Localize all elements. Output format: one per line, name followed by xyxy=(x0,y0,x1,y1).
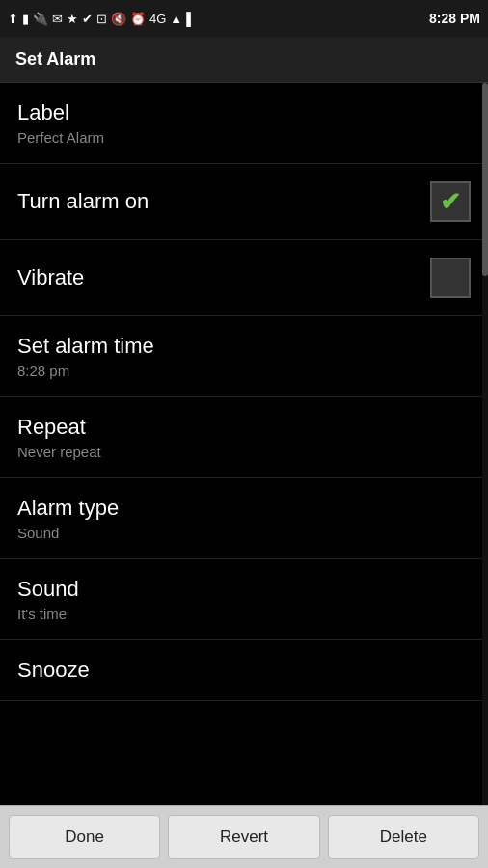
battery-icon: ▮ xyxy=(22,12,29,26)
vibrate-item[interactable]: Vibrate xyxy=(0,240,488,316)
alarm-type-title: Alarm type xyxy=(17,496,119,521)
alarm-type-item[interactable]: Alarm type Sound xyxy=(0,478,488,559)
turn-alarm-on-item[interactable]: Turn alarm on ✔ xyxy=(0,164,488,240)
vibrate-title: Vibrate xyxy=(17,265,84,290)
delete-button[interactable]: Delete xyxy=(328,815,479,859)
repeat-title: Repeat xyxy=(17,415,101,440)
vibrate-text: Vibrate xyxy=(17,265,84,290)
label-text: Label Perfect Alarm xyxy=(17,100,104,146)
sound-text: Sound It's time xyxy=(17,577,79,622)
set-alarm-time-title: Set alarm time xyxy=(17,334,154,359)
set-alarm-time-text: Set alarm time 8:28 pm xyxy=(17,334,154,379)
turn-alarm-on-checkbox[interactable]: ✔ xyxy=(430,181,471,222)
repeat-text: Repeat Never repeat xyxy=(17,415,101,460)
repeat-item[interactable]: Repeat Never repeat xyxy=(0,397,488,478)
label-item[interactable]: Label Perfect Alarm xyxy=(0,83,488,164)
mute-icon: 🔇 xyxy=(111,12,126,26)
status-time: 8:28 PM xyxy=(429,11,480,26)
turn-alarm-on-title: Turn alarm on xyxy=(17,189,149,214)
usb-icon: 🔌 xyxy=(33,12,48,26)
message-icon: ✉ xyxy=(52,12,63,26)
status-icons-right: 8:28 PM xyxy=(429,11,480,26)
cast-icon: ⊡ xyxy=(96,12,107,26)
snooze-title: Snooze xyxy=(17,658,90,683)
revert-button[interactable]: Revert xyxy=(168,815,319,859)
battery-full-icon: ▌ xyxy=(186,12,195,26)
bottom-bar: Done Revert Delete xyxy=(0,805,488,868)
checkmark-icon: ✔ xyxy=(440,187,461,217)
sound-subtitle: It's time xyxy=(17,606,79,622)
repeat-subtitle: Never repeat xyxy=(17,444,101,460)
star-icon: ★ xyxy=(67,12,78,26)
battery-charging-icon: ⬆ xyxy=(8,12,18,26)
done-button[interactable]: Done xyxy=(9,815,160,859)
page-title: Set Alarm xyxy=(15,49,95,69)
sound-item[interactable]: Sound It's time xyxy=(0,559,488,640)
set-alarm-time-subtitle: 8:28 pm xyxy=(17,363,154,379)
signal-4g-icon: 4G xyxy=(149,12,166,26)
signal-bars-icon: ▲ xyxy=(170,12,182,26)
check-icon: ✔ xyxy=(82,12,93,26)
scroll-thumb xyxy=(482,83,488,276)
title-bar: Set Alarm xyxy=(0,37,488,83)
content-area: Label Perfect Alarm Turn alarm on ✔ Vibr… xyxy=(0,83,488,805)
alarm-icon: ⏰ xyxy=(130,12,146,26)
alarm-type-text: Alarm type Sound xyxy=(17,496,119,541)
label-subtitle: Perfect Alarm xyxy=(17,129,104,146)
alarm-type-subtitle: Sound xyxy=(17,525,119,541)
scroll-indicator xyxy=(482,83,488,805)
snooze-item[interactable]: Snooze xyxy=(0,640,488,701)
status-bar: ⬆ ▮ 🔌 ✉ ★ ✔ ⊡ 🔇 ⏰ 4G ▲ ▌ 8:28 PM xyxy=(0,0,488,37)
sound-title: Sound xyxy=(17,577,79,602)
vibrate-checkbox[interactable] xyxy=(430,258,471,298)
snooze-text: Snooze xyxy=(17,658,90,683)
set-alarm-time-item[interactable]: Set alarm time 8:28 pm xyxy=(0,316,488,397)
label-title: Label xyxy=(17,100,104,125)
turn-alarm-on-text: Turn alarm on xyxy=(17,189,149,214)
status-icons-left: ⬆ ▮ 🔌 ✉ ★ ✔ ⊡ 🔇 ⏰ 4G ▲ ▌ xyxy=(8,12,195,26)
